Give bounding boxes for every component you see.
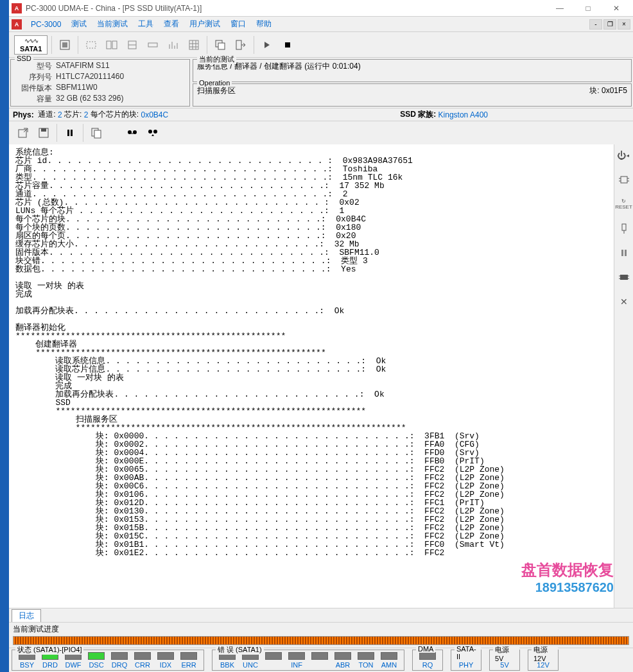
tb-icon-exit[interactable] [232, 35, 250, 55]
tab-log[interactable]: 日志 [12, 609, 41, 622]
rt-chip-icon[interactable] [617, 173, 631, 187]
svg-rect-4 [112, 41, 117, 49]
right-toolbar: ⏻◂ ↻RESET ✕ [614, 144, 633, 608]
tb-icon-5[interactable] [144, 35, 162, 55]
status-bar: 状态 (SATA1)-[PIO4]BSYDRDDWFDSCDRQCRRIDXER… [9, 648, 633, 672]
led-indicator [134, 652, 151, 660]
phys-row: Phys: 通道: 2 芯片: 2 每个芯片的块: 0x0B4C SSD 家族:… [9, 108, 633, 121]
led-indicator [419, 652, 436, 660]
svg-rect-23 [41, 128, 46, 132]
led-TON: TON [354, 652, 377, 669]
app-icon-small: A [12, 19, 22, 30]
tb-stop-button[interactable] [279, 35, 297, 55]
close-button[interactable]: ✕ [602, 0, 630, 17]
status-group-5v: 电源 5V5V [489, 650, 520, 671]
operation-boxes: 当前的测试 服务信息 / 翻译器 / 创建翻译器 (运行中 0:01:04) O… [193, 59, 632, 107]
led-indicator [157, 652, 174, 660]
svg-rect-24 [67, 130, 69, 136]
led-blank [262, 652, 285, 669]
maximize-button[interactable]: □ [574, 0, 602, 17]
svg-rect-40 [621, 250, 623, 256]
led-ABR: ABR [331, 652, 354, 669]
led-indicator [111, 652, 128, 660]
rt-chip2-icon[interactable] [617, 270, 631, 284]
menu-user-test[interactable]: 用户测试 [184, 19, 225, 30]
operation-panel: Operation 扫描服务区块: 0x01F5 [193, 83, 632, 107]
status-group-12v: 电源 12V12V [528, 650, 559, 671]
menu-test[interactable]: 测试 [66, 19, 92, 30]
svg-rect-2 [87, 42, 96, 48]
menu-view[interactable]: 查看 [159, 19, 184, 30]
svg-rect-3 [107, 41, 111, 49]
sata-tab[interactable]: ∿∿∿SATA1 [14, 35, 48, 55]
operation-right: 块: 0x01F5 [589, 85, 627, 96]
rt-pause-icon[interactable] [617, 246, 631, 260]
toolbar2 [9, 121, 633, 144]
led-indicator [180, 652, 197, 660]
bottom-tabs: 日志 [9, 608, 633, 622]
phys-channel: 2 [58, 110, 62, 119]
menu-tools[interactable]: 工具 [133, 19, 159, 30]
tb2-pause-button[interactable] [61, 123, 79, 142]
led-DSC: DSC [85, 652, 108, 669]
led-indicator [311, 652, 328, 660]
menu-current-test[interactable]: 当前测试 [92, 19, 133, 30]
current-test-text: 服务信息 / 翻译器 / 创建翻译器 (运行中 0:01:04) [197, 61, 627, 72]
led-indicator [334, 652, 351, 660]
led-ERR: ERR [177, 652, 200, 669]
ssd-family: Kingston A400 [438, 110, 488, 119]
progress-label-row: 当前测试进度 [9, 622, 633, 636]
tb2-save-icon[interactable] [35, 123, 53, 142]
svg-rect-25 [71, 130, 73, 136]
tb-icon-4[interactable] [123, 35, 141, 55]
phys-blocks: 0x0B4C [141, 110, 168, 119]
led-AMN: AMN [377, 652, 401, 669]
tb2-copy-icon[interactable] [87, 123, 105, 142]
mdi-close[interactable]: × [618, 19, 630, 30]
tb2-export-icon[interactable] [14, 123, 32, 142]
minimize-button[interactable]: — [546, 0, 574, 17]
svg-rect-38 [622, 224, 626, 230]
mdi-minimize[interactable]: - [589, 19, 602, 30]
rt-reset-icon[interactable]: ↻RESET [617, 197, 631, 211]
mdi-restore[interactable]: ❐ [603, 19, 616, 30]
tb-icon-2[interactable] [82, 35, 100, 55]
led-indicator [288, 652, 305, 660]
led-INF: INF [285, 652, 308, 669]
menu-appname[interactable]: PC-3000 [26, 20, 66, 29]
ssd-model: SATAFIRM S11 [56, 61, 110, 72]
led-indicator [358, 652, 374, 660]
svg-rect-33 [621, 177, 627, 183]
main-area: 系统信息: 芯片 id. . . . . . . . . . . . . . .… [9, 144, 633, 608]
tb-icon-copy[interactable] [211, 35, 229, 55]
tb-icon-6[interactable] [164, 35, 182, 55]
tb-play-button[interactable] [258, 35, 276, 55]
info-row: SSD 型号SATAFIRM S11 序列号H1TLC7A20111460 固件… [9, 58, 633, 108]
tb-icon-1[interactable] [56, 35, 74, 55]
tb-icon-7[interactable] [185, 35, 203, 55]
svg-rect-1 [62, 42, 67, 47]
led-DRQ: DRQ [108, 652, 131, 669]
app-window: A PC-3000 UDMA-E - China - [PS SSD Utili… [9, 0, 633, 672]
tb2-find-icon[interactable] [123, 123, 141, 142]
led-RQ: RQ [416, 652, 439, 669]
ssd-capacity: 32 GB (62 533 296) [56, 94, 123, 105]
menu-help[interactable]: 帮助 [251, 19, 277, 30]
led-IDX: IDX [154, 652, 177, 669]
app-icon: A [12, 3, 22, 13]
status-group-sata2: SATA-IIPHY [451, 650, 481, 671]
rt-power-icon[interactable]: ⏻◂ [617, 148, 631, 162]
svg-rect-27 [94, 130, 101, 138]
rt-tools-icon[interactable]: ✕ [617, 295, 631, 309]
led-CRR: CRR [131, 652, 154, 669]
svg-rect-41 [625, 250, 627, 256]
menu-window[interactable]: 窗口 [225, 19, 251, 30]
led-indicator [381, 652, 397, 660]
svg-rect-19 [236, 40, 241, 49]
rt-plug-icon[interactable] [617, 221, 631, 236]
titlebar: A PC-3000 UDMA-E - China - [PS SSD Utili… [9, 0, 633, 17]
progress-label: 当前测试进度 [13, 624, 59, 635]
log-output[interactable]: 系统信息: 芯片 id. . . . . . . . . . . . . . .… [9, 144, 614, 608]
tb2-find-next-icon[interactable] [144, 123, 162, 142]
tb-icon-3[interactable] [103, 35, 121, 55]
